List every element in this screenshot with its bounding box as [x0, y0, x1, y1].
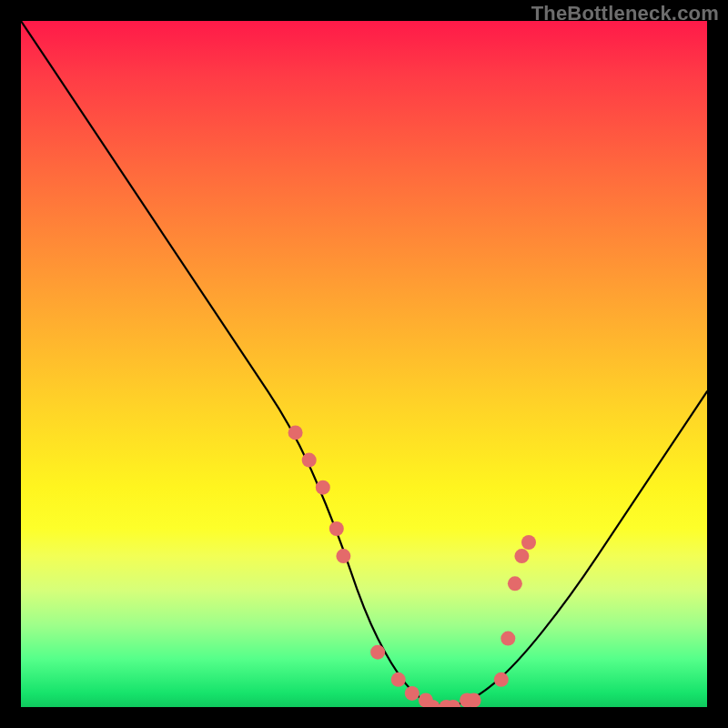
- chart-frame: TheBottleneck.com: [0, 0, 728, 728]
- marker-point: [467, 693, 481, 708]
- marker-point: [302, 453, 317, 468]
- marker-point: [514, 549, 529, 563]
- marker-point: [391, 672, 406, 687]
- marker-point: [329, 521, 344, 536]
- marker-point: [288, 425, 303, 440]
- marker-point: [370, 645, 385, 660]
- highlighted-points-group: [288, 425, 536, 707]
- marker-point: [508, 576, 522, 591]
- bottleneck-curve-line: [21, 21, 707, 705]
- watermark-text: TheBottleneck.com: [531, 2, 719, 25]
- marker-point: [521, 535, 536, 550]
- marker-point: [500, 632, 515, 646]
- plot-area: [21, 21, 707, 707]
- marker-point: [316, 480, 330, 495]
- marker-point: [336, 549, 350, 563]
- marker-point: [405, 686, 420, 701]
- marker-point: [494, 672, 509, 687]
- chart-svg: [21, 21, 707, 707]
